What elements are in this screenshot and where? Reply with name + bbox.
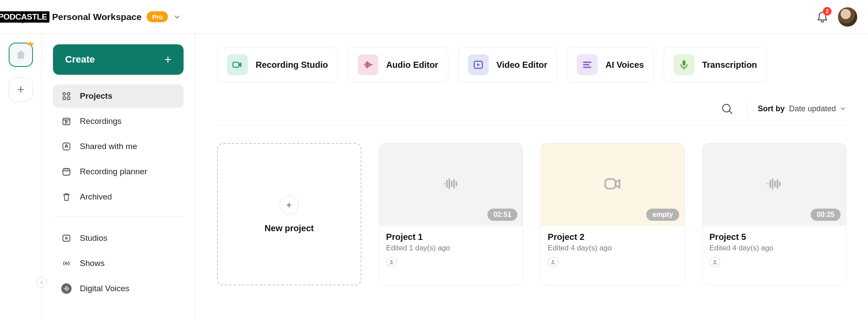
project-thumbnail: 02:51	[379, 143, 523, 226]
project-card[interactable]: 02:51Project 1Edited 1 day(s) ago	[379, 143, 523, 286]
duration-badge: 02:51	[487, 209, 517, 221]
workspace-switcher[interactable]: Personal Workspace Pro	[52, 11, 181, 22]
tool-row: Recording StudioAudio EditorVideo Editor…	[217, 47, 846, 83]
video-play-icon	[468, 54, 489, 75]
mic-text-icon	[674, 54, 694, 75]
broadcast-icon	[61, 258, 72, 269]
list-toolbar: Sort by Date updated	[217, 101, 846, 126]
collapse-sidebar-button[interactable]	[36, 277, 47, 288]
workspace-name: Personal Workspace	[52, 12, 141, 22]
tool-card-transcription[interactable]: Transcription	[664, 47, 767, 83]
sort-value: Date updated	[789, 104, 836, 113]
plus-circle-icon	[279, 196, 299, 215]
project-card[interactable]: 00:25Project 5Edited 4 day(s) ago	[702, 143, 846, 286]
sidebar-item-label: Digital Voices	[80, 284, 129, 293]
avatar[interactable]	[838, 7, 858, 27]
create-button[interactable]: Create +	[53, 44, 184, 75]
logo-wrap: PODCASTLE	[3, 11, 42, 23]
plus-icon: +	[164, 53, 171, 66]
project-card-body: Project 1Edited 1 day(s) ago	[379, 226, 523, 275]
project-grid: New project 02:51Project 1Edited 1 day(s…	[217, 143, 846, 286]
tool-label: AI Voices	[605, 60, 644, 70]
share-button[interactable]	[386, 257, 397, 267]
divider	[747, 103, 747, 115]
waveform-icon	[438, 174, 464, 195]
project-card-body: Project 2Edited 4 day(s) ago	[541, 226, 684, 275]
svg-point-16	[391, 261, 392, 263]
sidebar-item-studios[interactable]: Studios	[53, 226, 184, 250]
sort-label: Sort by	[758, 104, 785, 113]
svg-rect-17	[605, 179, 616, 189]
chevron-left-icon	[39, 280, 44, 285]
tool-label: Audio Editor	[386, 60, 438, 70]
sidebar-nav-primary: Projects Recordings Shared with me Recor…	[53, 84, 184, 209]
svg-point-11	[61, 283, 72, 294]
crown-icon	[26, 40, 35, 47]
project-title: Project 5	[710, 232, 839, 242]
search-icon	[720, 102, 733, 115]
svg-point-10	[66, 263, 67, 264]
grid-icon	[61, 90, 72, 102]
tool-card-audio-editor[interactable]: Audio Editor	[348, 47, 448, 83]
tool-card-video-editor[interactable]: Video Editor	[458, 47, 557, 83]
share-button[interactable]	[710, 257, 720, 267]
duration-badge: empty	[646, 209, 679, 221]
svg-rect-8	[63, 235, 70, 241]
project-subtitle: Edited 1 day(s) ago	[386, 244, 516, 253]
share-button[interactable]	[548, 257, 558, 267]
tool-label: Video Editor	[496, 60, 547, 70]
sidebar-item-digital-voices[interactable]: Digital Voices	[53, 277, 184, 300]
home-icon	[15, 49, 27, 61]
sidebar-item-planner[interactable]: Recording planner	[53, 160, 184, 183]
project-title: Project 1	[386, 232, 516, 242]
svg-point-6	[66, 145, 67, 146]
recordings-icon	[61, 116, 72, 127]
svg-rect-14	[682, 60, 685, 66]
plus-icon	[16, 85, 26, 94]
project-subtitle: Edited 4 day(s) ago	[548, 244, 677, 253]
tool-card-recording-studio[interactable]: Recording Studio	[217, 47, 338, 83]
sort-dropdown[interactable]: Date updated	[789, 104, 846, 113]
sidebar-item-label: Archived	[80, 192, 112, 202]
ai-text-icon	[577, 54, 598, 75]
svg-rect-3	[67, 97, 70, 100]
chevron-down-icon	[173, 13, 181, 21]
svg-point-9	[66, 237, 67, 239]
chevron-down-icon	[839, 105, 846, 112]
project-card-body: Project 5Edited 4 day(s) ago	[703, 226, 846, 275]
tool-label: Transcription	[702, 60, 757, 70]
sidebar-item-projects[interactable]: Projects	[53, 84, 184, 108]
left-rail	[0, 34, 42, 319]
sidebar-item-recordings[interactable]: Recordings	[53, 110, 184, 133]
sidebar-item-label: Recording planner	[80, 167, 147, 176]
sidebar-item-label: Shows	[80, 259, 105, 268]
topbar: PODCASTLE Personal Workspace Pro 2	[0, 0, 868, 34]
home-workspace-button[interactable]	[9, 43, 33, 67]
video-camera-icon	[600, 174, 625, 195]
shared-icon	[61, 141, 72, 152]
notifications-button[interactable]: 2	[816, 10, 829, 24]
sidebar-item-label: Projects	[80, 91, 112, 101]
pro-badge: Pro	[147, 11, 168, 22]
notification-count: 2	[823, 7, 832, 16]
svg-point-18	[552, 261, 554, 263]
svg-point-1	[67, 93, 70, 95]
sidebar-item-shared[interactable]: Shared with me	[53, 135, 184, 158]
tool-label: Recording Studio	[256, 60, 328, 70]
sidebar-item-shows[interactable]: Shows	[53, 252, 184, 275]
svg-point-19	[714, 261, 716, 263]
project-card[interactable]: emptyProject 2Edited 4 day(s) ago	[540, 143, 684, 286]
add-workspace-button[interactable]	[9, 77, 33, 102]
search-button[interactable]	[719, 101, 735, 116]
new-project-card[interactable]: New project	[217, 143, 362, 286]
sidebar: Create + Projects Recordings Shared with…	[42, 34, 195, 319]
waveform-icon	[358, 54, 378, 75]
svg-rect-7	[63, 169, 70, 175]
video-camera-icon	[227, 54, 248, 75]
svg-rect-12	[233, 62, 239, 67]
tool-card-ai-voices[interactable]: AI Voices	[567, 47, 654, 83]
sidebar-item-archived[interactable]: Archived	[53, 185, 184, 209]
svg-point-0	[63, 93, 66, 95]
main: Recording StudioAudio EditorVideo Editor…	[195, 34, 868, 319]
logo[interactable]: PODCASTLE	[0, 11, 49, 23]
